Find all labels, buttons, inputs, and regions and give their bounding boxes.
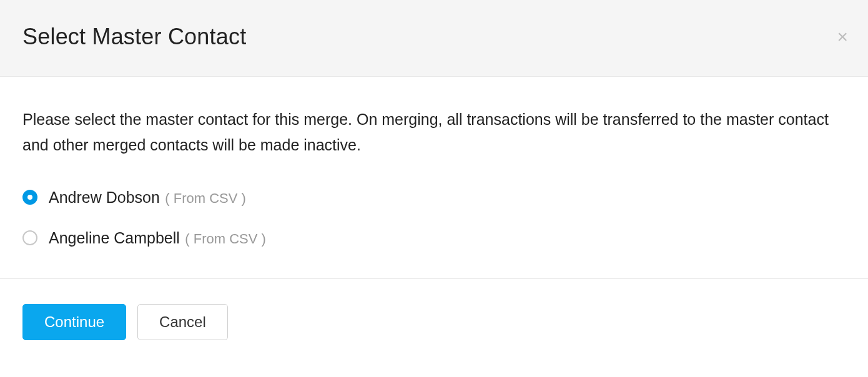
radio-source: ( From CSV ) xyxy=(165,190,246,206)
radio-label: Angeline Campbell xyxy=(49,229,180,247)
radio-option-0[interactable]: Andrew Dobson ( From CSV ) xyxy=(22,188,846,207)
modal-footer: Continue Cancel xyxy=(0,278,868,365)
modal-body: Please select the master contact for thi… xyxy=(0,77,868,278)
merge-description: Please select the master contact for thi… xyxy=(22,107,846,159)
radio-label: Andrew Dobson xyxy=(49,188,160,206)
close-icon[interactable]: × xyxy=(837,27,848,46)
modal-header: Select Master Contact × xyxy=(0,0,868,77)
radio-source: ( From CSV ) xyxy=(185,231,266,247)
radio-circle xyxy=(22,190,37,205)
cancel-button[interactable]: Cancel xyxy=(137,304,228,340)
continue-button[interactable]: Continue xyxy=(22,304,126,340)
radio-option-1[interactable]: Angeline Campbell ( From CSV ) xyxy=(22,229,846,247)
radio-circle xyxy=(22,230,37,245)
contact-radio-group: Andrew Dobson ( From CSV ) Angeline Camp… xyxy=(22,188,846,247)
modal-title: Select Master Contact xyxy=(22,24,846,50)
